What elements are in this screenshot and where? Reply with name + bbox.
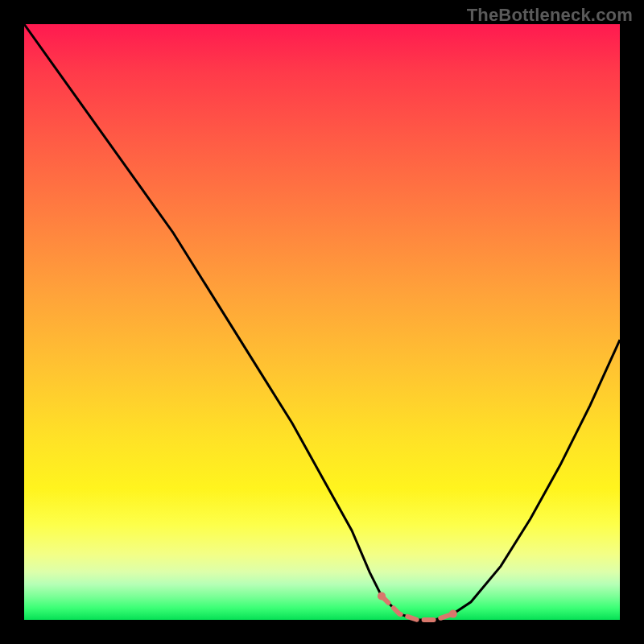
optimal-range-start-dot: [378, 592, 386, 600]
optimal-range-end-dot: [449, 610, 457, 618]
optimal-range-dash: [382, 596, 453, 620]
bottleneck-curve: [24, 24, 620, 620]
watermark-text: TheBottleneck.com: [467, 5, 633, 26]
chart-stage: TheBottleneck.com: [0, 0, 644, 644]
plot-area: [24, 24, 620, 620]
curve-layer: [24, 24, 620, 620]
